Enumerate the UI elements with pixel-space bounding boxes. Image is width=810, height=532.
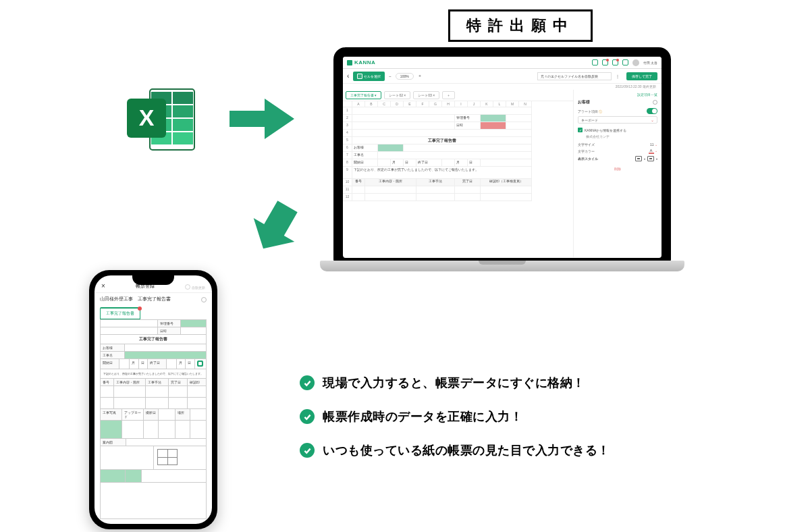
benefits-list: 現場で入力すると、帳票データにすぐに格納！ 帳票作成時のデータを正確に入力！ い…	[300, 375, 732, 476]
clock-icon[interactable]	[622, 59, 628, 65]
spreadsheet-area: 工事完了報告書 ▾ シート02 × シート03 × ＋ ABCDEFGHIJKL…	[343, 90, 574, 257]
svg-rect-6	[173, 119, 193, 131]
calendar-icon[interactable]	[197, 361, 203, 367]
phone-notch	[132, 275, 174, 285]
sheet-tab-1[interactable]: 工事完了報告書 ▾	[346, 91, 381, 99]
save-button[interactable]: 保存して完了	[626, 72, 657, 80]
spreadsheet-grid[interactable]: ABCDEFGHIJKLMN 1 2管理番号 3日時 4 5工事完了報告書 6お…	[343, 101, 573, 201]
sheet-tab-3[interactable]: シート03 ×	[413, 91, 439, 99]
gear-icon[interactable]	[653, 100, 657, 105]
avatar[interactable]	[632, 59, 639, 66]
benefit-item: いつも使っている紙の帳票の見た目で入力できる！	[300, 442, 732, 458]
svg-rect-2	[173, 92, 193, 104]
zoom-in-button[interactable]: ＋	[418, 73, 422, 79]
company-name: 株式会社カンナ	[586, 134, 657, 138]
app-toolbar: ‹ セルを選択 − 100% ＋ 元々のエクセルファイル名を自動反映 ⋮ 保存し…	[343, 69, 662, 84]
phone-app-screen: × 帳票登録 自動更新 山田様外壁工事 工事完了報告書 工事完了報告書 管理番号…	[94, 275, 212, 524]
delete-button[interactable]: 削除	[578, 167, 657, 171]
kanna-logo: KANNA	[347, 59, 375, 65]
properties-panel: 設定項目一覧 お客様 アラート項目 ⓘ キーボード⌄ ✓KANNAから情報を連携…	[574, 90, 662, 257]
benefit-item: 現場で入力すると、帳票データにすぐに格納！	[300, 375, 732, 391]
laptop-base	[320, 261, 684, 271]
benefit-item: 帳票作成時のデータを正確に入力！	[300, 408, 732, 425]
input-type-select[interactable]: キーボード⌄	[578, 116, 657, 124]
select-cell-button[interactable]: セルを選択	[353, 72, 385, 81]
kanna-link-checkbox[interactable]: ✓	[578, 128, 583, 132]
alert-toggle[interactable]	[647, 108, 657, 114]
floor-plan-icon	[157, 449, 178, 465]
sheet-tab-2[interactable]: シート02 ×	[384, 91, 410, 99]
zoom-out-button[interactable]: −	[389, 74, 392, 78]
kanna-app-screen: KANNA 竹田 太吾 ‹ セルを選択 − 100% ＋ 元々のエクセルファイル…	[343, 57, 662, 258]
reload-label: 自動更新	[192, 286, 205, 290]
settings-list-link[interactable]: 設定項目一覧	[578, 92, 657, 97]
excel-icon: X	[127, 86, 197, 153]
svg-rect-4	[173, 105, 193, 117]
laptop-mockup: KANNA 竹田 太吾 ‹ セルを選択 − 100% ＋ 元々のエクセルファイル…	[320, 47, 684, 292]
arrow-right-icon	[230, 99, 294, 139]
check-circle-icon	[300, 443, 315, 458]
username: 竹田 太吾	[643, 61, 657, 65]
calendar-icon[interactable]	[592, 59, 598, 65]
svg-marker-11	[230, 99, 294, 139]
filename-input[interactable]: 元々のエクセルファイル名を自動反映	[537, 72, 612, 80]
zoom-level[interactable]: 100%	[396, 73, 414, 80]
document-title: 山田様外壁工事 工事完了報告書	[100, 296, 171, 302]
phone-form[interactable]: 管理番号 日時 工事完了報告書 お客様 工事名 開始日月日 終了日月日 下記のと…	[100, 319, 207, 519]
column-headers: ABCDEFGHIJKLMN	[343, 101, 573, 107]
back-button[interactable]: ‹	[347, 72, 349, 80]
app-header: KANNA 竹田 太吾	[343, 57, 662, 69]
reload-icon[interactable]	[185, 284, 190, 290]
patent-pending-badge: 特許出願中	[448, 9, 593, 42]
font-color-select[interactable]: A ⌄	[649, 149, 657, 154]
check-circle-icon	[300, 409, 315, 424]
filename-menu-icon[interactable]: ⋮	[616, 74, 620, 78]
svg-text:X: X	[139, 105, 155, 130]
section-title: お客様	[578, 99, 590, 105]
chat-icon[interactable]	[602, 59, 608, 65]
notification-dot-icon	[138, 307, 142, 311]
check-circle-icon	[300, 375, 315, 390]
bell-icon[interactable]	[612, 59, 618, 65]
add-sheet-button[interactable]: ＋	[442, 91, 455, 99]
font-size-select[interactable]: 11 ⌄	[650, 142, 657, 147]
svg-marker-12	[251, 197, 300, 258]
gear-icon[interactable]	[201, 297, 207, 302]
arrow-down-left-icon	[251, 197, 300, 258]
style-select[interactable]: ▾ ▾	[635, 156, 657, 161]
last-updated: 2021/09/13 22:30 最終更新	[343, 84, 662, 90]
svg-rect-8	[173, 132, 193, 144]
phone-tab-report[interactable]: 工事完了報告書	[100, 307, 140, 319]
phone-mockup: × 帳票登録 自動更新 山田様外壁工事 工事完了報告書 工事完了報告書 管理番号…	[81, 270, 225, 532]
